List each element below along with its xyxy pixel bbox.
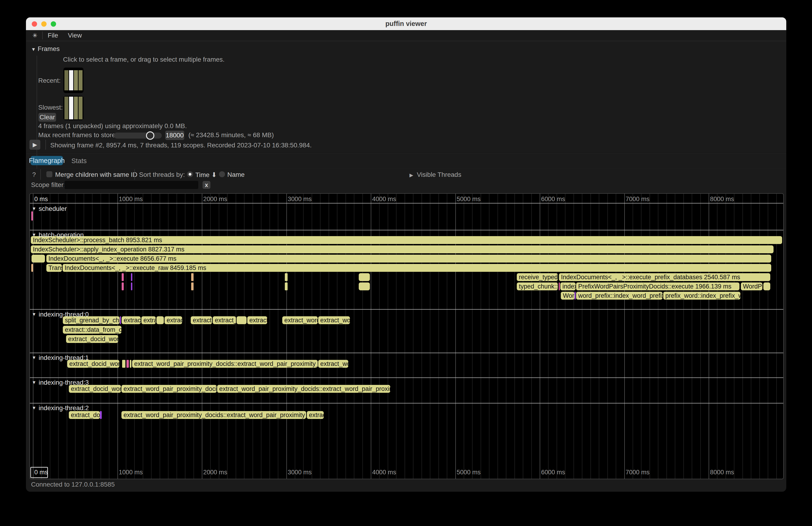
flame-bar[interactable]	[131, 273, 132, 281]
close-window-button[interactable]	[32, 21, 37, 27]
time-axis-label: 2000 ms	[203, 469, 227, 476]
flame-bar[interactable]: extract_doc	[69, 411, 100, 419]
flame-bar[interactable]: Word	[561, 292, 575, 299]
flame-bar[interactable]: extract_word_pair_proximity_docids::extr…	[121, 411, 306, 419]
flame-bar[interactable]	[131, 282, 132, 290]
menu-file[interactable]: File	[48, 32, 58, 39]
tab-flamegraph[interactable]: Flamegraph	[31, 156, 63, 165]
flame-bar[interactable]: word_prefix::index_word_prefix_	[576, 292, 663, 299]
flame-bar[interactable]	[120, 316, 121, 324]
frame-bar[interactable]	[74, 70, 78, 90]
flame-bar[interactable]	[31, 264, 33, 272]
flame-bar[interactable]: extract_docid_word	[66, 335, 118, 343]
flame-bar[interactable]	[31, 255, 45, 263]
collapse-triangle-icon: ▼	[32, 355, 37, 360]
thread-header[interactable]: ▼indexing-thread:0	[32, 311, 89, 318]
thread-section-separator	[30, 203, 783, 203]
flame-bar[interactable]: IndexScheduler>::process_batch 8953.821 …	[31, 236, 782, 244]
flame-bar[interactable]: typed_chunk::w	[517, 282, 558, 290]
thread-name: indexing-thread:1	[39, 354, 89, 361]
max-frames-slider-track[interactable]	[114, 133, 162, 138]
flame-bar[interactable]: IndexDocuments<_, _>::execute_raw 8459.1…	[62, 264, 771, 272]
flame-bar[interactable]: extrac	[164, 316, 182, 324]
flame-bar[interactable]: extract_	[213, 316, 236, 324]
flamegraph-canvas[interactable]: 0 ms0 ms1000 ms1000 ms2000 ms2000 ms3000…	[29, 193, 784, 479]
flame-bar[interactable]: extract_	[191, 316, 212, 324]
flame-bar[interactable]	[285, 273, 288, 281]
frame-bar-selected[interactable]	[69, 97, 73, 119]
max-frames-value[interactable]: 18000	[165, 131, 184, 140]
flame-bar[interactable]: extract_wo	[318, 360, 348, 368]
menu-view[interactable]: View	[68, 32, 82, 39]
flame-bar[interactable]	[559, 282, 560, 290]
thread-header[interactable]: ▼indexing-thread:3	[32, 379, 89, 386]
thread-name: indexing-thread:0	[39, 311, 89, 318]
frame-bar[interactable]	[78, 70, 83, 90]
flame-bar[interactable]: extract_word_pair_proximity_docids::extr…	[217, 385, 390, 393]
thread-header[interactable]: ▼indexing-thread:2	[32, 404, 89, 412]
flame-bar[interactable]: extrac	[307, 411, 324, 419]
help-button[interactable]: ?	[32, 171, 36, 178]
flame-bar[interactable]	[130, 360, 131, 368]
minimize-window-button[interactable]	[41, 21, 47, 27]
frame-bar[interactable]	[64, 97, 68, 119]
flame-bar[interactable]	[191, 273, 193, 281]
flame-bar[interactable]: extract_wo	[318, 316, 350, 324]
flame-bar[interactable]	[122, 282, 124, 290]
flame-bar[interactable]	[122, 273, 124, 281]
thread-header[interactable]: ▼indexing-thread:1	[32, 354, 89, 362]
sort-by-time-radio[interactable]	[187, 171, 193, 177]
flame-bar[interactable]: extract::data_from_ob	[63, 326, 121, 334]
flame-bar[interactable]	[763, 282, 770, 290]
flame-bar[interactable]	[191, 282, 193, 290]
flame-bar[interactable]: extract	[247, 316, 267, 324]
thread-header[interactable]: ▼batch-operation	[32, 231, 84, 239]
flame-bar[interactable]	[122, 360, 125, 368]
flame-bar[interactable]: Trans	[46, 264, 62, 272]
flame-bar[interactable]	[359, 273, 370, 281]
frame-bar-selected[interactable]	[69, 70, 73, 90]
tab-stats[interactable]: Stats	[71, 157, 87, 165]
flame-bar[interactable]: IndexDocuments<_, _>::execute 8656.677 m…	[46, 255, 771, 263]
merge-children-checkbox[interactable]	[46, 171, 53, 177]
flame-bar[interactable]: extract_word	[282, 316, 318, 324]
clear-scope-filter-button[interactable]: x	[203, 181, 211, 189]
flame-bar[interactable]: IndexScheduler>::apply_index_operation 8…	[31, 245, 773, 253]
flame-bar[interactable]: index	[560, 282, 576, 290]
flame-bar[interactable]: extract	[122, 316, 141, 324]
flame-bar[interactable]: extract_word_pair_proximity_docids	[121, 385, 217, 393]
flame-bar[interactable]	[359, 282, 370, 290]
flame-bar[interactable]: receive_typed_	[517, 273, 558, 281]
frames-section-header[interactable]: ▼ Frames	[31, 45, 60, 53]
recent-frames-thumbnail[interactable]	[63, 68, 84, 93]
clear-button[interactable]: Clear	[39, 113, 56, 122]
flame-bar[interactable]	[236, 316, 247, 324]
flame-bar[interactable]	[285, 282, 288, 290]
flame-bar[interactable]	[575, 292, 576, 299]
flame-bar[interactable]	[31, 211, 33, 221]
flame-bar[interactable]: PrefixWordPairsProximityDocids::execute …	[576, 282, 739, 290]
flame-bar[interactable]: IndexDocuments<_, _>::execute_prefix_dat…	[559, 273, 770, 281]
flame-bar[interactable]	[127, 360, 129, 368]
flame-bar[interactable]: extract_word_pair_proximity_docids::extr…	[132, 360, 318, 368]
play-button[interactable]: ▶	[29, 140, 40, 150]
theme-toggle-sun-icon[interactable]: ✳	[32, 32, 38, 39]
flame-bar[interactable]	[156, 316, 164, 324]
menubar: ✳ File View	[26, 30, 786, 41]
sort-by-name-radio[interactable]	[219, 171, 225, 177]
frame-bar[interactable]	[64, 70, 68, 90]
maximize-window-button[interactable]	[51, 21, 56, 27]
sort-direction-down-icon[interactable]: ⬇	[211, 171, 217, 178]
thread-header[interactable]: ▼scheduler	[32, 205, 67, 213]
slowest-frames-thumbnail[interactable]	[63, 96, 84, 120]
frame-bar[interactable]	[78, 97, 83, 119]
flame-bar[interactable]: extra	[141, 316, 156, 324]
time-axis-label: 3000 ms	[288, 195, 312, 203]
frame-bar[interactable]	[74, 97, 78, 119]
flame-bar[interactable]: WordPr	[741, 282, 763, 290]
flame-bar[interactable]	[100, 411, 102, 419]
max-frames-slider-knob[interactable]	[146, 131, 154, 140]
scope-filter-input[interactable]	[64, 180, 199, 189]
visible-threads-header[interactable]: ▶ Visible Threads	[409, 171, 461, 178]
flame-bar[interactable]: prefix_word::index_prefix_wo	[663, 292, 740, 299]
